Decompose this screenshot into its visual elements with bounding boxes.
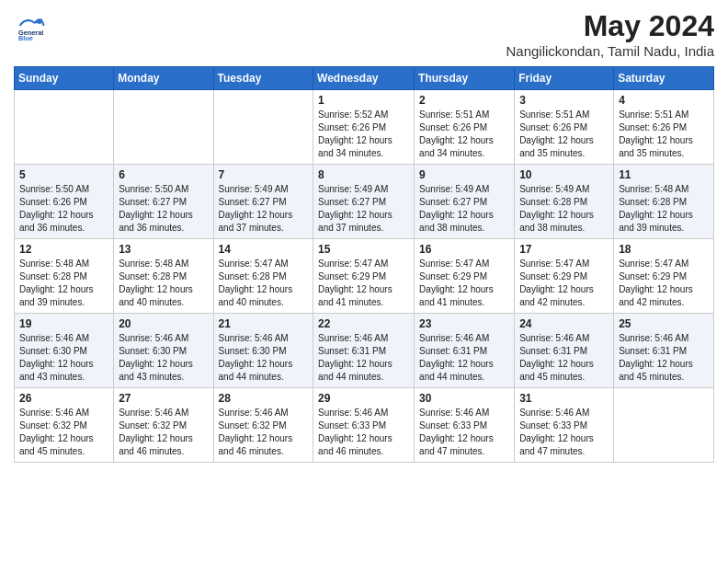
calendar-cell: 14Sunrise: 5:47 AM Sunset: 6:28 PM Dayli… xyxy=(213,239,313,314)
calendar-cell: 19Sunrise: 5:46 AM Sunset: 6:30 PM Dayli… xyxy=(15,314,114,388)
weekday-header-monday: Monday xyxy=(114,67,213,90)
calendar-cell: 9Sunrise: 5:49 AM Sunset: 6:27 PM Daylig… xyxy=(415,165,515,239)
day-info: Sunrise: 5:49 AM Sunset: 6:27 PM Dayligh… xyxy=(318,183,409,235)
calendar-cell: 28Sunrise: 5:46 AM Sunset: 6:32 PM Dayli… xyxy=(213,388,313,463)
calendar-cell: 3Sunrise: 5:51 AM Sunset: 6:26 PM Daylig… xyxy=(515,90,614,165)
day-info: Sunrise: 5:48 AM Sunset: 6:28 PM Dayligh… xyxy=(619,183,709,235)
calendar-cell: 29Sunrise: 5:46 AM Sunset: 6:33 PM Dayli… xyxy=(313,388,415,463)
weekday-header-thursday: Thursday xyxy=(415,67,515,90)
day-number: 27 xyxy=(119,392,208,405)
weekday-header-friday: Friday xyxy=(515,67,614,90)
main-title: May 2024 xyxy=(506,9,714,43)
day-number: 14 xyxy=(219,243,309,256)
calendar-cell: 27Sunrise: 5:46 AM Sunset: 6:32 PM Dayli… xyxy=(114,388,213,463)
calendar-cell: 15Sunrise: 5:47 AM Sunset: 6:29 PM Dayli… xyxy=(313,239,415,314)
day-info: Sunrise: 5:46 AM Sunset: 6:33 PM Dayligh… xyxy=(318,407,409,458)
day-info: Sunrise: 5:49 AM Sunset: 6:28 PM Dayligh… xyxy=(519,183,609,235)
day-info: Sunrise: 5:49 AM Sunset: 6:27 PM Dayligh… xyxy=(219,183,309,235)
page: General Blue May 2024 Nangilickondan, Ta… xyxy=(0,0,728,563)
calendar-week-row: 19Sunrise: 5:46 AM Sunset: 6:30 PM Dayli… xyxy=(15,314,714,388)
day-number: 6 xyxy=(119,168,208,181)
calendar-cell: 24Sunrise: 5:46 AM Sunset: 6:31 PM Dayli… xyxy=(515,314,614,388)
day-number: 25 xyxy=(619,317,709,330)
logo: General Blue xyxy=(14,9,47,42)
calendar-cell: 18Sunrise: 5:47 AM Sunset: 6:29 PM Dayli… xyxy=(614,239,714,314)
calendar-cell: 20Sunrise: 5:46 AM Sunset: 6:30 PM Dayli… xyxy=(114,314,213,388)
day-info: Sunrise: 5:47 AM Sunset: 6:29 PM Dayligh… xyxy=(619,258,709,309)
weekday-header-saturday: Saturday xyxy=(614,67,714,90)
day-info: Sunrise: 5:46 AM Sunset: 6:31 PM Dayligh… xyxy=(519,332,609,384)
day-number: 15 xyxy=(318,243,409,256)
day-info: Sunrise: 5:48 AM Sunset: 6:28 PM Dayligh… xyxy=(19,258,108,309)
day-info: Sunrise: 5:47 AM Sunset: 6:28 PM Dayligh… xyxy=(219,258,309,309)
day-info: Sunrise: 5:51 AM Sunset: 6:26 PM Dayligh… xyxy=(619,109,709,160)
calendar-cell xyxy=(213,90,313,165)
day-number: 10 xyxy=(519,168,609,181)
calendar-cell xyxy=(614,388,714,463)
calendar-week-row: 5Sunrise: 5:50 AM Sunset: 6:26 PM Daylig… xyxy=(15,165,714,239)
day-info: Sunrise: 5:46 AM Sunset: 6:32 PM Dayligh… xyxy=(119,407,208,458)
day-number: 1 xyxy=(318,94,409,107)
calendar-cell: 21Sunrise: 5:46 AM Sunset: 6:30 PM Dayli… xyxy=(213,314,313,388)
day-number: 3 xyxy=(519,94,609,107)
svg-text:Blue: Blue xyxy=(18,34,33,42)
day-number: 2 xyxy=(419,94,509,107)
calendar-cell: 7Sunrise: 5:49 AM Sunset: 6:27 PM Daylig… xyxy=(213,165,313,239)
day-number: 31 xyxy=(519,392,609,405)
day-info: Sunrise: 5:47 AM Sunset: 6:29 PM Dayligh… xyxy=(419,258,509,309)
day-info: Sunrise: 5:52 AM Sunset: 6:26 PM Dayligh… xyxy=(318,109,409,160)
day-number: 18 xyxy=(619,243,709,256)
day-info: Sunrise: 5:49 AM Sunset: 6:27 PM Dayligh… xyxy=(419,183,509,235)
calendar-cell: 1Sunrise: 5:52 AM Sunset: 6:26 PM Daylig… xyxy=(313,90,415,165)
calendar-week-row: 26Sunrise: 5:46 AM Sunset: 6:32 PM Dayli… xyxy=(15,388,714,463)
calendar-cell: 26Sunrise: 5:46 AM Sunset: 6:32 PM Dayli… xyxy=(15,388,114,463)
calendar-cell: 8Sunrise: 5:49 AM Sunset: 6:27 PM Daylig… xyxy=(313,165,415,239)
day-number: 7 xyxy=(219,168,309,181)
day-info: Sunrise: 5:48 AM Sunset: 6:28 PM Dayligh… xyxy=(119,258,208,309)
day-info: Sunrise: 5:50 AM Sunset: 6:26 PM Dayligh… xyxy=(19,183,108,235)
day-info: Sunrise: 5:46 AM Sunset: 6:30 PM Dayligh… xyxy=(119,332,208,384)
day-number: 21 xyxy=(219,317,309,330)
calendar-cell xyxy=(15,90,114,165)
day-number: 28 xyxy=(219,392,309,405)
calendar-cell: 31Sunrise: 5:46 AM Sunset: 6:33 PM Dayli… xyxy=(515,388,614,463)
calendar-cell: 5Sunrise: 5:50 AM Sunset: 6:26 PM Daylig… xyxy=(15,165,114,239)
calendar-cell: 13Sunrise: 5:48 AM Sunset: 6:28 PM Dayli… xyxy=(114,239,213,314)
day-number: 16 xyxy=(419,243,509,256)
day-info: Sunrise: 5:46 AM Sunset: 6:33 PM Dayligh… xyxy=(519,407,609,458)
day-info: Sunrise: 5:47 AM Sunset: 6:29 PM Dayligh… xyxy=(318,258,409,309)
calendar-week-row: 12Sunrise: 5:48 AM Sunset: 6:28 PM Dayli… xyxy=(15,239,714,314)
calendar-cell: 17Sunrise: 5:47 AM Sunset: 6:29 PM Dayli… xyxy=(515,239,614,314)
day-info: Sunrise: 5:46 AM Sunset: 6:32 PM Dayligh… xyxy=(219,407,309,458)
day-number: 26 xyxy=(19,392,108,405)
day-info: Sunrise: 5:46 AM Sunset: 6:32 PM Dayligh… xyxy=(19,407,108,458)
day-number: 24 xyxy=(519,317,609,330)
calendar-cell: 23Sunrise: 5:46 AM Sunset: 6:31 PM Dayli… xyxy=(415,314,515,388)
day-number: 17 xyxy=(519,243,609,256)
calendar-body: 1Sunrise: 5:52 AM Sunset: 6:26 PM Daylig… xyxy=(15,90,714,463)
day-info: Sunrise: 5:47 AM Sunset: 6:29 PM Dayligh… xyxy=(519,258,609,309)
calendar-header-row: SundayMondayTuesdayWednesdayThursdayFrid… xyxy=(15,67,714,90)
subtitle: Nangilickondan, Tamil Nadu, India xyxy=(506,43,714,59)
day-number: 11 xyxy=(619,168,709,181)
day-number: 5 xyxy=(19,168,108,181)
day-info: Sunrise: 5:50 AM Sunset: 6:27 PM Dayligh… xyxy=(119,183,208,235)
day-number: 19 xyxy=(19,317,108,330)
day-info: Sunrise: 5:46 AM Sunset: 6:31 PM Dayligh… xyxy=(318,332,409,384)
calendar-cell: 25Sunrise: 5:46 AM Sunset: 6:31 PM Dayli… xyxy=(614,314,714,388)
day-info: Sunrise: 5:46 AM Sunset: 6:30 PM Dayligh… xyxy=(219,332,309,384)
day-number: 29 xyxy=(318,392,409,405)
weekday-header-wednesday: Wednesday xyxy=(313,67,415,90)
day-info: Sunrise: 5:51 AM Sunset: 6:26 PM Dayligh… xyxy=(519,109,609,160)
day-number: 20 xyxy=(119,317,208,330)
calendar-table: SundayMondayTuesdayWednesdayThursdayFrid… xyxy=(14,66,714,463)
day-number: 13 xyxy=(119,243,208,256)
calendar-cell: 11Sunrise: 5:48 AM Sunset: 6:28 PM Dayli… xyxy=(614,165,714,239)
header: General Blue May 2024 Nangilickondan, Ta… xyxy=(14,9,714,59)
weekday-header-sunday: Sunday xyxy=(15,67,114,90)
day-info: Sunrise: 5:46 AM Sunset: 6:30 PM Dayligh… xyxy=(19,332,108,384)
calendar-cell: 10Sunrise: 5:49 AM Sunset: 6:28 PM Dayli… xyxy=(515,165,614,239)
calendar-cell xyxy=(114,90,213,165)
weekday-header-tuesday: Tuesday xyxy=(213,67,313,90)
logo-icon: General Blue xyxy=(14,9,47,42)
